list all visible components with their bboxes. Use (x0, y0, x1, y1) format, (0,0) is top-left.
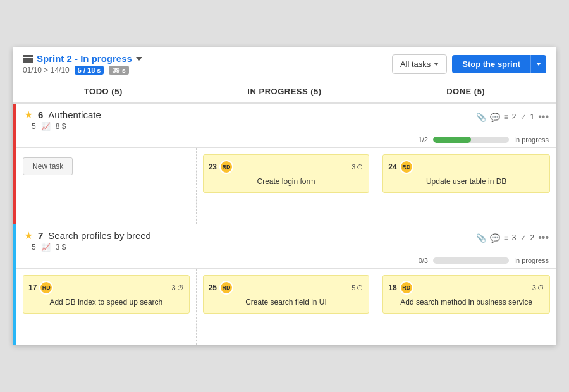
svg-rect-2 (23, 61, 33, 63)
tasks-col-done-2: 18 RD 3⏱ Add search method in business s… (376, 269, 556, 345)
task-17-num: 17 (28, 283, 37, 292)
header-right: All tasks Stop the sprint (392, 54, 546, 74)
task-card-18: 18 RD 3⏱ Add search method in business s… (382, 275, 550, 314)
tasks-col-todo-1: New task (16, 148, 197, 224)
story-sub-row-1: 5 📈 8 $ (24, 121, 101, 135)
stop-sprint-group: Stop the sprint (452, 55, 546, 73)
story-check-count-2: 2 (530, 233, 535, 242)
columns-header: TODO (5) IN PROGRESS (5) DONE (5) (13, 80, 556, 104)
story-sub-row-2: 5 📈 3 $ (24, 242, 151, 255)
all-tasks-label: All tasks (400, 59, 431, 69)
task-24-avatar: RD (400, 160, 413, 174)
stories-container: ★ 6 Authenticate 5 📈 8 $ 📎 💬 ≡ (13, 104, 556, 345)
story-row-search: ★ 7 Search profiles by breed 5 📈 3 $ 📎 💬 (13, 224, 556, 345)
header: Sprint 2 - In progress 01/10 > 14/10 5 /… (13, 47, 556, 80)
story-content-authenticate: ★ 6 Authenticate 5 📈 8 $ 📎 💬 ≡ (16, 104, 556, 224)
task-25-name: Create search field in UI (209, 298, 364, 308)
task-17-name: Add DB index to speed up search (28, 298, 184, 308)
story-progress-label-2: 0/3 (419, 257, 428, 264)
story-check-count-1: 1 (530, 113, 535, 121)
task-23-num: 23 (209, 162, 217, 171)
svg-rect-0 (23, 55, 33, 56)
task-23-subtasks: 3⏱ (352, 163, 364, 171)
story-points-2: 5 (32, 243, 36, 252)
story-number-1: 6 (38, 109, 43, 120)
stop-sprint-chevron (536, 63, 541, 66)
all-tasks-button[interactable]: All tasks (392, 54, 447, 74)
story-check-icon-2: ✓ (520, 233, 527, 242)
col-header-todo: TODO (5) (13, 80, 194, 102)
task-25-subtasks: 5⏱ (352, 284, 364, 291)
task-25-avatar: RD (219, 281, 233, 295)
sprint-title[interactable]: Sprint 2 - In progress (37, 53, 132, 64)
sprint-dates: 01/10 > 14/10 (23, 66, 70, 75)
story-list-icon-2: ≡ (504, 233, 508, 242)
task-card-17: 17 RD 3⏱ Add DB index to speed up search (23, 275, 190, 314)
story-star-1: ★ (24, 109, 33, 121)
story-progress-fill-1 (433, 137, 471, 143)
story-tasks-grid-1: New task 23 RD 3⏱ (16, 147, 556, 224)
header-left: Sprint 2 - In progress 01/10 > 14/10 5 /… (23, 53, 142, 75)
task-card-24-header: 24 RD (388, 160, 544, 174)
task-23-name: Create login form (209, 177, 364, 187)
task-18-avatar: RD (400, 281, 413, 295)
task-17-avatar: RD (39, 281, 53, 295)
sprint-dropdown-icon[interactable] (136, 57, 142, 61)
story-progress-bar-1 (433, 137, 509, 143)
sprint-title-row: Sprint 2 - In progress (23, 53, 142, 64)
svg-rect-1 (23, 58, 33, 59)
task-card-23-header: 23 RD 3⏱ (209, 160, 364, 174)
story-chat-icon-1: 💬 (490, 113, 500, 122)
tasks-col-done-1: 24 RD Update user table in DB (376, 148, 556, 224)
task-18-name: Add search method in business service (388, 298, 544, 308)
task-25-num: 25 (209, 283, 217, 292)
story-status-2: In progress (514, 257, 549, 264)
story-status-1: In progress (514, 136, 549, 144)
story-list-count-1: 2 (512, 113, 517, 121)
story-trend-icon-1: 📈 (41, 122, 51, 131)
story-content-search: ★ 7 Search profiles by breed 5 📈 3 $ 📎 💬 (16, 224, 556, 345)
sprint-badge-gray: 39 s (109, 66, 128, 75)
story-clip-icon-2: 📎 (476, 233, 486, 243)
story-check-icon-1: ✓ (520, 113, 527, 121)
sprint-list-icon (23, 54, 33, 63)
story-trend-icon-2: 📈 (41, 243, 51, 252)
story-list-count-2: 3 (512, 233, 517, 242)
task-card-24: 24 RD Update user table in DB (382, 154, 550, 193)
col-header-inprogress: IN PROGRESS (5) (194, 80, 376, 102)
tasks-col-inprogress-2: 25 RD 5⏱ Create search field in UI (197, 269, 377, 345)
story-star-2: ★ (24, 230, 33, 242)
task-card-18-header: 18 RD 3⏱ (388, 281, 544, 295)
sprint-badge-blue: 5 / 18 s (75, 66, 104, 75)
col-header-done: DONE (5) (375, 80, 556, 102)
story-list-icon-1: ≡ (504, 113, 508, 121)
task-card-17-header: 17 RD 3⏱ (28, 281, 184, 295)
story-points-1: 5 (32, 122, 36, 131)
story-tasks-grid-2: 17 RD 3⏱ Add DB index to speed up search (16, 268, 556, 345)
story-chat-icon-2: 💬 (490, 233, 500, 243)
story-progress-label-1: 1/2 (419, 136, 428, 144)
task-24-num: 24 (388, 162, 396, 171)
task-card-25-header: 25 RD 5⏱ (209, 281, 364, 295)
task-18-num: 18 (388, 283, 396, 292)
app-container: Sprint 2 - In progress 01/10 > 14/10 5 /… (13, 47, 556, 345)
story-number-2: 7 (38, 230, 43, 241)
story-clip-icon-1: 📎 (476, 113, 486, 122)
task-card-25: 25 RD 5⏱ Create search field in UI (203, 275, 370, 314)
story-trend-1: 8 $ (56, 122, 66, 131)
sprint-meta: 01/10 > 14/10 5 / 18 s 39 s (23, 66, 142, 75)
task-24-name: Update user table in DB (388, 177, 544, 187)
new-task-button-1[interactable]: New task (23, 157, 73, 175)
tasks-col-inprogress-1: 23 RD 3⏱ Create login form (197, 148, 377, 224)
all-tasks-chevron (434, 63, 439, 66)
tasks-col-todo-2: 17 RD 3⏱ Add DB index to speed up search (16, 269, 197, 345)
story-name-2: Search profiles by breed (48, 230, 151, 241)
story-progress-bar-2 (433, 257, 509, 264)
story-more-1[interactable]: ••• (538, 111, 549, 123)
stop-sprint-button[interactable]: Stop the sprint (452, 55, 530, 73)
task-23-avatar: RD (219, 160, 233, 174)
story-more-2[interactable]: ••• (538, 232, 549, 243)
task-18-subtasks: 3⏱ (532, 284, 544, 291)
stop-sprint-caret[interactable] (530, 55, 546, 73)
story-row-authenticate: ★ 6 Authenticate 5 📈 8 $ 📎 💬 ≡ (13, 104, 556, 224)
